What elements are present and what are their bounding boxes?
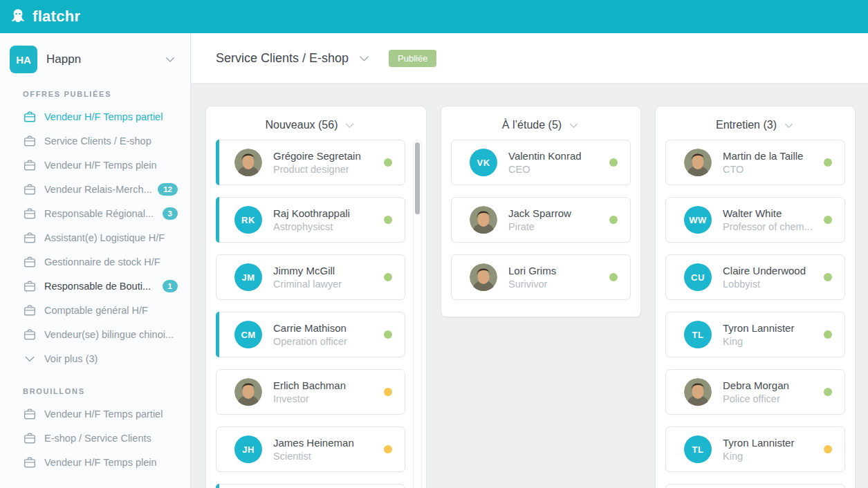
candidate-card[interactable]: TL Tyron Lannister King [665, 312, 845, 357]
candidate-card[interactable]: VK Valentin Konrad CEO [451, 140, 631, 185]
candidate-card[interactable]: Grégoire Segretain Product designer [216, 140, 405, 185]
candidate-role: Investor [273, 393, 377, 404]
offer-label: Vendeur(se) bilingue chinoi... [44, 329, 178, 340]
candidate-name: Jack Sparrow [508, 207, 602, 219]
sidebar-offer-item[interactable]: Vendeur(se) bilingue chinoi... [0, 322, 190, 346]
candidate-initials-avatar: CM [234, 321, 262, 348]
flatchr-logo[interactable]: flatchr [9, 8, 80, 26]
candidate-card[interactable]: Martin de la Taille CTO [665, 140, 845, 185]
candidate-photo [234, 149, 262, 176]
candidate-card[interactable]: JH James Heineman Scientist [216, 426, 405, 472]
sidebar-offer-item[interactable]: Gestionnaire de stock H/F [0, 250, 190, 274]
page-header: Service Clients / E-shop Publiée [191, 33, 868, 84]
candidate-role: King [723, 336, 817, 347]
candidate-card[interactable] [216, 484, 405, 488]
status-dot [609, 216, 618, 224]
column-scrollbar-thumb[interactable] [415, 142, 420, 214]
candidate-card[interactable]: Lori Grims Surivivor [451, 254, 631, 300]
candidate-card[interactable]: CM Carrie Mathison Operation officer [216, 312, 405, 357]
column-header[interactable]: Nouveaux (56) [216, 116, 405, 134]
top-navbar: flatchr [0, 0, 868, 33]
candidate-card[interactable] [665, 484, 845, 488]
offer-label: Responsable Régional... [44, 208, 157, 219]
account-switcher[interactable]: HA Happn [10, 46, 176, 73]
candidate-card[interactable]: Erlich Bachman Investor [216, 369, 405, 415]
briefcase-icon [23, 407, 37, 421]
sidebar-offer-item[interactable]: Responsable Régional... 3 [0, 201, 190, 225]
count-badge: 1 [163, 280, 178, 292]
sidebar-draft-item[interactable]: Vendeur H/F Temps plein [0, 450, 190, 474]
candidate-name: Walter White [723, 207, 817, 219]
candidate-name: Jimmy McGill [273, 265, 377, 276]
candidate-name: James Heineman [273, 437, 377, 449]
offer-label: Vendeur H/F Temps plein [44, 160, 178, 171]
sidebar-offer-item[interactable]: Responsable de Bouti... 1 [0, 274, 190, 298]
candidate-photo [470, 206, 497, 234]
candidate-card[interactable]: Debra Morgan Police officer [665, 369, 845, 415]
status-dot [384, 445, 392, 453]
sidebar-draft-item[interactable]: E-shop / Service Clients [0, 426, 190, 450]
offer-label: Vendeur H/F Temps plein [44, 457, 178, 468]
candidate-role: Lobbyist [723, 279, 817, 290]
candidate-card[interactable]: WW Walter White Professor of chem... [665, 197, 845, 243]
candidate-name: Raj Koothrappali [273, 207, 377, 219]
chevron-down-icon [783, 120, 795, 131]
chevron-down-icon [358, 52, 371, 65]
chevron-down-icon [344, 120, 355, 131]
offer-label: Voir plus (3) [44, 353, 178, 364]
status-dot [824, 388, 832, 396]
candidate-initials-avatar: RK [234, 206, 262, 234]
candidate-role: Operation officer [273, 336, 377, 347]
status-badge: Publiée [389, 50, 436, 67]
candidate-name: Lori Grims [508, 265, 602, 276]
candidate-photo [234, 378, 262, 406]
candidate-card[interactable]: CU Claire Underwood Lobbyist [665, 254, 845, 300]
sidebar-offer-item[interactable]: Vendeur Relais-Merch... 12 [0, 177, 190, 201]
candidate-name: Debra Morgan [723, 379, 817, 391]
candidate-role: King [723, 451, 817, 462]
candidate-initials-avatar: WW [684, 206, 712, 234]
candidate-role: Pirate [508, 221, 602, 232]
new-indicator-stripe [216, 197, 219, 243]
published-offers-list: Vendeur H/F Temps partiel Service Client… [0, 104, 190, 370]
offer-label: Service Clients / E-shop [44, 135, 178, 147]
sidebar-offer-item[interactable]: Comptable général H/F [0, 298, 190, 322]
column-header[interactable]: À l’étude (5) [451, 116, 631, 134]
candidate-role: Product designer [273, 164, 377, 175]
offer-title-dropdown[interactable]: Service Clients / E-shop [216, 51, 371, 66]
sidebar-draft-item[interactable]: Vendeur H/F Temps partiel [0, 402, 190, 426]
briefcase-icon [23, 207, 37, 220]
sidebar: HA Happn OFFRES PUBLIÉES [0, 33, 191, 488]
candidate-card[interactable]: Jack Sparrow Pirate [451, 197, 631, 243]
briefcase-icon [23, 431, 37, 445]
status-dot [609, 273, 618, 281]
status-dot [384, 273, 392, 281]
column-title: Entretien (3) [716, 119, 777, 131]
sidebar-offer-item[interactable]: Vendeur H/F Temps plein [0, 153, 190, 177]
candidate-name: Tyron Lannister [723, 437, 817, 449]
chevron-down-icon[interactable] [164, 53, 176, 66]
account-name: Happn [46, 53, 164, 66]
offer-label: Vendeur Relais-Merch... [44, 184, 152, 195]
sidebar-offer-item[interactable]: Vendeur H/F Temps partiel [0, 104, 190, 129]
column-entretien: Entretien (3) [655, 106, 856, 488]
candidate-card[interactable]: RK Raj Koothrappali Astrophysicst [216, 197, 405, 243]
column-header[interactable]: Entretien (3) [665, 116, 845, 134]
candidate-role: CTO [723, 164, 817, 175]
offer-label: Vendeur H/F Temps partiel [44, 409, 178, 420]
candidate-initials-avatar: JM [234, 263, 262, 291]
candidate-name: Carrie Mathison [273, 322, 377, 334]
briefcase-icon [23, 303, 37, 317]
briefcase-icon [23, 328, 37, 341]
candidate-card[interactable]: JM Jimmy McGill Criminal lawyer [216, 254, 405, 300]
candidate-role: Surivivor [508, 279, 602, 290]
sidebar-offer-item[interactable]: Service Clients / E-shop [0, 129, 190, 153]
sidebar-offer-item[interactable]: Assistant(e) Logistique H/F [0, 225, 190, 250]
status-dot [824, 216, 832, 224]
candidate-name: Tyron Lannister [723, 322, 817, 334]
candidate-card[interactable]: TL Tyron Lannister King [665, 426, 845, 472]
column-scrollbar-track[interactable] [413, 140, 422, 488]
candidate-name: Claire Underwood [723, 265, 817, 276]
sidebar-offer-item[interactable]: Voir plus (3) [0, 346, 190, 370]
column-title: À l’étude (5) [502, 119, 562, 131]
